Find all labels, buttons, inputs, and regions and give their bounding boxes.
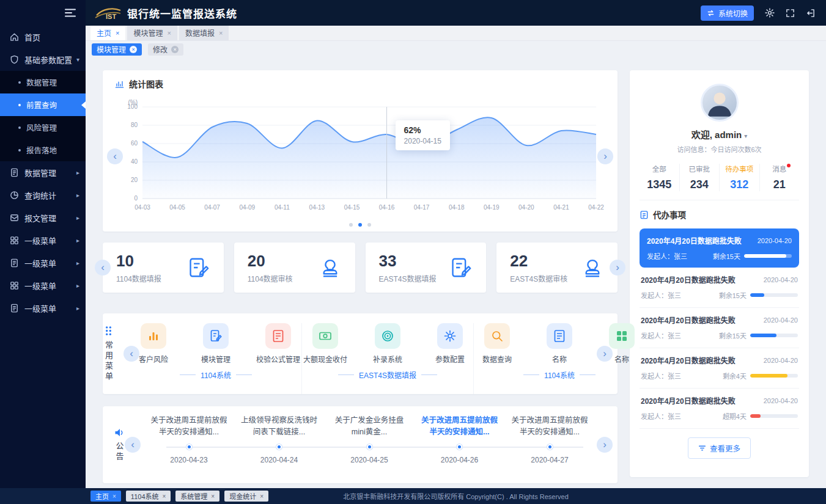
menu-prev-button[interactable]: ‹ xyxy=(124,346,139,362)
menu-item-data-query[interactable]: 数据查询 xyxy=(474,323,520,364)
system-switch-button[interactable]: 系统切换 xyxy=(701,5,754,21)
bottom-tab-cash[interactable]: 现金统计× xyxy=(224,491,268,502)
sidebar-submenu: 数据管理 前置查询 风险管理 报告落地 xyxy=(0,71,86,161)
close-icon[interactable]: × xyxy=(112,493,116,500)
announcement-prev-button[interactable]: ‹ xyxy=(125,437,141,453)
sidebar-item-data-management[interactable]: 数据管理▸ xyxy=(0,161,86,184)
sidebar-subitem-data-management[interactable]: 数据管理 xyxy=(0,71,86,93)
pagination-dot[interactable] xyxy=(367,223,371,227)
target-icon xyxy=(375,323,400,349)
announcement-item-active[interactable]: 关于改进周五提前放假半天的安排通知... 2020-04-26 xyxy=(416,415,503,464)
sidebar-item-level1-menu-3[interactable]: 一级菜单▸ xyxy=(0,274,86,297)
stat-all[interactable]: 全部 1345 xyxy=(640,164,679,191)
close-icon[interactable]: × xyxy=(163,493,166,500)
todo-item[interactable]: 2020年4月20日数据跑批失败2020-04-20 发起人：张三剩余4天 xyxy=(640,348,799,389)
welcome-dropdown[interactable]: 欢迎, admin▾ xyxy=(640,128,799,141)
sidebar-item-level1-menu-1[interactable]: 一级菜单▸ xyxy=(0,229,86,252)
svg-text:04-05: 04-05 xyxy=(169,204,185,211)
announcement-item[interactable]: 关于改进周五提前放假半天的安排通知... 2020-04-23 xyxy=(146,415,232,464)
chip-module-management[interactable]: 模块管理× xyxy=(92,43,142,56)
announcement-card: 公告 ‹ 关于改进周五提前放假半天的安排通知... 2020-04-23 上级领… xyxy=(103,406,618,483)
close-icon[interactable]: × xyxy=(130,46,137,53)
menu-next-button[interactable]: › xyxy=(597,346,613,362)
clipboard-icon xyxy=(640,210,649,219)
menu-item-supplementary-system[interactable]: 补录系统 xyxy=(364,323,411,364)
stat-pending[interactable]: 待办事项 312 xyxy=(719,164,759,191)
bottom-bar: 北京银丰新融科技开发有限公司版权所有 Copyright(C) . All Ri… xyxy=(0,488,826,504)
todo-item[interactable]: 2020年4月20日数据跑批失败2020-04-20 发起人：张三剩余15天 xyxy=(640,268,799,308)
stat-card-1104-review[interactable]: 20 1104数据审核 xyxy=(234,243,355,293)
bottom-tab-home[interactable]: 主页× xyxy=(90,491,121,502)
fullscreen-icon[interactable] xyxy=(786,9,795,18)
chevron-right-icon: ▸ xyxy=(76,305,79,312)
top-header: IST 银行统一监管报送系统 系统切换 xyxy=(86,0,826,26)
todo-item-active[interactable]: 2020年4月20日数据跑批失败2020-04-20 发起人：张三剩余15天 xyxy=(640,228,799,268)
close-icon[interactable]: × xyxy=(211,493,215,500)
sidebar-subitem-report-landing[interactable]: 报告落地 xyxy=(0,139,86,161)
pagination-dot-active[interactable] xyxy=(358,223,362,227)
sidebar-item-level1-menu-4[interactable]: 一级菜单▸ xyxy=(0,297,86,320)
stat-approved[interactable]: 已审批 234 xyxy=(679,164,720,191)
bullet-icon xyxy=(18,81,21,84)
sidebar-item-message-management[interactable]: 报文管理▸ xyxy=(0,206,86,229)
announcement-next-button[interactable]: › xyxy=(597,437,613,453)
sidebar-subitem-pre-query[interactable]: 前置查询 xyxy=(0,93,86,116)
close-icon[interactable]: × xyxy=(219,29,223,37)
form-edit-icon xyxy=(449,256,473,279)
stat-card-1104-filling[interactable]: 10 1104数据填报 xyxy=(103,243,224,293)
close-icon[interactable]: × xyxy=(116,29,119,37)
quick-menu-rail: 常用菜单 xyxy=(103,313,114,394)
sidebar-item-query-statistics[interactable]: 查询统计▸ xyxy=(0,184,86,206)
svg-text:40: 40 xyxy=(131,158,138,165)
announcement-item[interactable]: 上级领导视察反洗钱时间表下载链接... 2020-04-24 xyxy=(236,415,323,464)
menu-item-module-management[interactable]: 模块管理 xyxy=(193,323,239,364)
gear-icon[interactable] xyxy=(765,8,775,18)
todo-item[interactable]: 2020年4月20日数据跑批失败2020-04-20 发起人：张三超期4天 xyxy=(640,389,799,429)
app-title: 银行统一监管报送系统 xyxy=(127,5,237,21)
chart-next-button[interactable]: › xyxy=(597,148,613,164)
page-tabs: 主页× 模块管理× 数据填报× xyxy=(86,26,826,41)
shield-icon xyxy=(10,55,19,64)
avatar[interactable] xyxy=(701,84,739,122)
tab-home[interactable]: 主页× xyxy=(90,25,125,40)
stats-next-button[interactable]: › xyxy=(610,260,625,276)
sidebar-subitem-risk-management[interactable]: 风险管理 xyxy=(0,116,86,139)
announcement-item[interactable]: 关于改进周五提前放假半天的安排通知... 2020-04-27 xyxy=(506,415,593,464)
menu-item-large-cash[interactable]: 大额现金收付 xyxy=(302,323,348,364)
stat-card-east4s-filling[interactable]: 33 EAST4S数据填报 xyxy=(366,243,487,293)
sidebar-collapse-button[interactable] xyxy=(0,0,86,26)
announcement-item[interactable]: 关于广发金业务挂盘mini黄金... 2020-04-25 xyxy=(326,415,413,464)
bullet-icon xyxy=(18,149,21,152)
stat-messages[interactable]: 消息 21 xyxy=(759,164,800,191)
close-icon[interactable]: × xyxy=(171,46,179,53)
form-edit-icon xyxy=(187,256,210,279)
stats-prev-button[interactable]: ‹ xyxy=(95,260,111,276)
close-icon[interactable]: × xyxy=(260,493,264,500)
pagination-dot[interactable] xyxy=(349,223,353,227)
tab-data-filling[interactable]: 数据填报× xyxy=(179,25,229,40)
grid-icon xyxy=(10,236,19,245)
sidebar-item-base-config[interactable]: 基础参数配置 ▾ xyxy=(0,48,86,71)
logout-icon[interactable] xyxy=(806,9,815,18)
view-more-button[interactable]: 查看更多 xyxy=(688,437,751,459)
menu-item-parameter-config[interactable]: 参数配置 xyxy=(427,323,473,364)
close-icon[interactable]: × xyxy=(167,29,171,37)
menu-item-validation-formula[interactable]: 校验公式管理 xyxy=(255,323,301,364)
chart-prev-button[interactable]: ‹ xyxy=(107,148,123,164)
stat-label: EAST4S数据填报 xyxy=(379,273,437,283)
svg-text:IST: IST xyxy=(106,13,116,20)
stat-card-east4s-review[interactable]: 22 EAST4S数据审核 xyxy=(496,243,618,293)
sidebar-item-level1-menu-2[interactable]: 一级菜单▸ xyxy=(0,252,86,274)
bottom-tab-system[interactable]: 系统管理× xyxy=(175,491,219,502)
menu-group-1104: 客户风险 模块管理 校验公式管理 1104系统 xyxy=(130,323,301,394)
chart-plot[interactable]: 100806040200(%)04-0304-0504-0704-0904-11… xyxy=(115,97,605,219)
menu-item-name-1[interactable]: 名称 xyxy=(536,323,583,364)
todo-item[interactable]: 2020年4月20日数据跑批失败2020-04-20 发起人：张三剩余15天 xyxy=(640,308,799,348)
menu-group-1104-2: 数据查询 名称 名称 1104系统 xyxy=(473,323,645,394)
chip-modify[interactable]: 修改× xyxy=(148,43,183,56)
bottom-tab-1104[interactable]: 1104系统× xyxy=(126,491,171,502)
bar-chart-icon xyxy=(141,323,166,349)
stat-label: 1104数据填报 xyxy=(116,273,161,283)
sidebar-item-home[interactable]: 首页 xyxy=(0,26,86,48)
tab-module-management[interactable]: 模块管理× xyxy=(127,25,177,40)
